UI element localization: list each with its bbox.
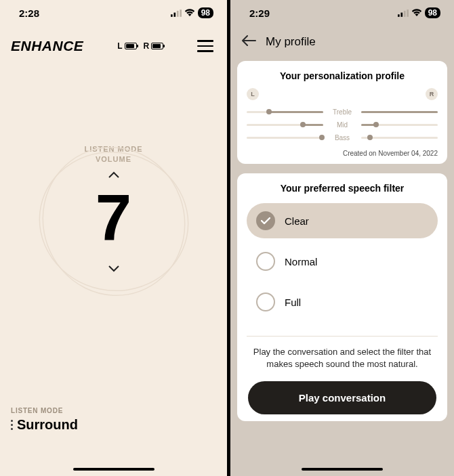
speech-filter-card: Your preferred speech filter Clear Norma…: [237, 173, 447, 421]
check-icon: [261, 217, 270, 225]
eq-bass: Bass: [247, 134, 438, 142]
radio-icon: [256, 252, 275, 271]
status-time: 2:28: [19, 7, 39, 19]
screen-profile: 2:29 98 My profile Your personalization …: [230, 0, 454, 476]
eq-mid: Mid: [247, 121, 438, 129]
app-header: ENHANCE L R: [0, 26, 227, 60]
svg-rect-3: [180, 9, 182, 17]
listen-mode-value: Surround: [17, 417, 78, 433]
battery-pill: 98: [198, 7, 213, 18]
volume-label-1: LISTEN MODE: [0, 144, 227, 154]
page-title: My profile: [266, 35, 316, 49]
filter-option-clear[interactable]: Clear: [247, 203, 438, 238]
filter-option-full[interactable]: Full: [247, 284, 438, 320]
status-time: 2:29: [249, 7, 270, 19]
volume-up-button[interactable]: [0, 169, 227, 181]
content-scroll[interactable]: Your personalization profile L R Treble …: [230, 61, 454, 431]
wifi-icon: [411, 9, 422, 17]
status-bar: 2:28 98: [0, 0, 227, 26]
play-conversation-button[interactable]: Play conversation: [248, 381, 436, 414]
status-right: 98: [398, 7, 440, 18]
back-button[interactable]: [241, 35, 256, 49]
volume-control: LISTEN MODE VOLUME 7: [0, 144, 227, 279]
earbud-battery-group: L R: [117, 41, 163, 51]
filter-help-text: Play the conversation and select the fil…: [247, 346, 438, 370]
personalization-card: Your personalization profile L R Treble …: [237, 61, 447, 164]
left-ear-pill: L: [247, 88, 259, 100]
left-earbud-battery: L: [117, 41, 136, 51]
cellular-icon: [171, 9, 182, 17]
volume-label-2: VOLUME: [0, 154, 227, 165]
right-ear-pill: R: [426, 88, 438, 100]
svg-rect-7: [400, 12, 403, 16]
svg-rect-8: [404, 10, 406, 16]
listen-mode-selector[interactable]: LISTEN MODE Surround: [11, 407, 78, 433]
home-indicator[interactable]: [302, 468, 383, 471]
svg-rect-9: [407, 9, 409, 17]
svg-rect-0: [171, 14, 173, 17]
home-indicator[interactable]: [73, 468, 154, 471]
battery-icon: [125, 43, 137, 49]
right-earbud-battery: R: [144, 41, 164, 51]
status-bar: 2:29 98: [230, 0, 454, 26]
eq-treble: Treble: [247, 108, 438, 116]
cellular-icon: [398, 9, 409, 17]
menu-button[interactable]: [197, 40, 213, 52]
battery-icon: [151, 43, 163, 49]
wifi-icon: [184, 9, 195, 17]
divider: [247, 336, 438, 337]
brand-logo: ENHANCE: [11, 38, 83, 54]
status-right: 98: [171, 7, 213, 18]
radio-icon: [256, 211, 275, 230]
page-header: My profile: [230, 26, 454, 61]
volume-down-button[interactable]: [0, 263, 227, 275]
filter-option-normal[interactable]: Normal: [247, 244, 438, 279]
svg-rect-6: [398, 14, 400, 17]
screen-enhance: 2:28 98 ENHANCE L R LISTEN MODE: [0, 0, 227, 476]
drag-handle-icon: [11, 420, 13, 430]
card-title: Your personalization profile: [247, 70, 438, 81]
radio-icon: [256, 293, 275, 311]
card-title: Your preferred speech filter: [247, 183, 438, 194]
created-date: Created on November 04, 2022: [247, 150, 438, 157]
volume-value: 7: [0, 186, 227, 251]
svg-rect-2: [177, 10, 179, 16]
listen-mode-label: LISTEN MODE: [11, 407, 78, 414]
svg-rect-1: [173, 12, 176, 16]
battery-pill: 98: [425, 7, 440, 18]
